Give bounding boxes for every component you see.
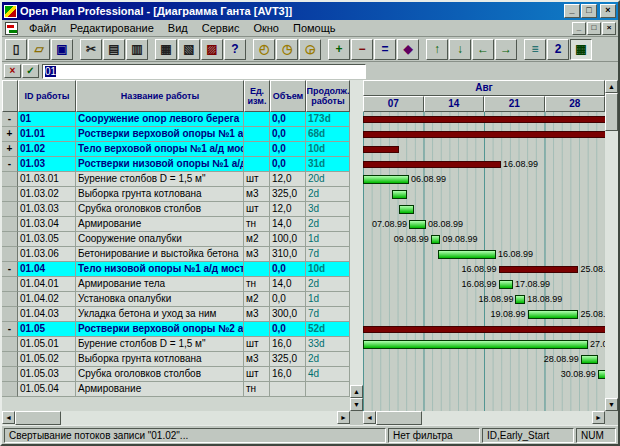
table-row[interactable]: 01.03.02Выборка грунта котлованам3325,02… xyxy=(2,187,350,202)
chart-vertical-scrollbar[interactable]: ▲ ▼ xyxy=(605,80,618,425)
copy-button[interactable]: ▤ xyxy=(103,39,125,60)
scroll-down-arrow[interactable]: ▼ xyxy=(605,398,618,411)
remove-row-button[interactable]: − xyxy=(351,39,373,60)
minimize-button[interactable]: _ xyxy=(564,4,580,18)
task-bar[interactable] xyxy=(581,355,598,364)
move-down-button[interactable]: ↓ xyxy=(449,39,471,60)
table-row[interactable]: 01.04.02Установка опалубким20,01d xyxy=(2,292,350,307)
new-document-button[interactable]: ▯ xyxy=(5,39,27,60)
child-close-button[interactable]: × xyxy=(602,22,616,35)
summary-bar[interactable] xyxy=(363,326,605,333)
header-unit[interactable]: Ед. изм. xyxy=(244,80,270,112)
task-bar[interactable] xyxy=(598,370,605,379)
task-bar[interactable] xyxy=(363,340,588,349)
table-row[interactable]: 01.03.01Бурение столбов D = 1,5 м"шт12,0… xyxy=(2,172,350,187)
print-preview-button[interactable]: ▧ xyxy=(178,39,200,60)
scroll-left-arrow[interactable]: ◄ xyxy=(363,411,376,424)
child-minimize-button[interactable]: _ xyxy=(572,22,586,35)
menu-item[interactable]: Помощь xyxy=(286,21,343,35)
expand-collapse-toggle[interactable]: + xyxy=(2,142,18,157)
save-button[interactable]: ▣ xyxy=(51,39,73,60)
expand-collapse-toggle[interactable]: + xyxy=(2,127,18,142)
table-row[interactable]: 01.05.04Армированиетн xyxy=(2,382,350,397)
move-up-button[interactable]: ↑ xyxy=(426,39,448,60)
cell-edit-input[interactable]: 01 xyxy=(42,64,366,79)
header-volume[interactable]: Объем xyxy=(270,80,306,112)
clock-button[interactable]: ◶ xyxy=(299,39,321,60)
task-bar[interactable] xyxy=(399,205,414,214)
gantt-view-button[interactable]: ≡ xyxy=(524,39,546,60)
child-restore-button[interactable]: □ xyxy=(587,22,601,35)
app-icon[interactable] xyxy=(4,5,17,18)
time-now-button[interactable]: ◴ xyxy=(253,39,275,60)
summary-bar[interactable] xyxy=(363,161,501,168)
demote-button[interactable]: → xyxy=(495,39,517,60)
time-analysis-button[interactable]: ◷ xyxy=(276,39,298,60)
menu-item[interactable]: Сервис xyxy=(195,21,247,35)
table-row[interactable]: 01.03.03Срубка оголовков столбовшт12,03d xyxy=(2,202,350,217)
summary-bar[interactable] xyxy=(363,116,605,123)
menu-item[interactable]: Окно xyxy=(246,21,286,35)
scrollbar-track[interactable] xyxy=(61,411,337,425)
summary-bar[interactable] xyxy=(363,131,605,138)
scroll-left-arrow[interactable]: ◄ xyxy=(2,411,15,424)
scroll-up-arrow[interactable]: ▲ xyxy=(350,385,363,398)
table-row[interactable]: -01.04Тело низовой опоры №1 а/д моста0,0… xyxy=(2,262,350,277)
table-row[interactable]: 01.05.02Выборка грунта котлованам3325,02… xyxy=(2,352,350,367)
scrollbar-thumb[interactable] xyxy=(605,93,618,131)
summary-bar[interactable] xyxy=(499,266,579,273)
table-row[interactable]: 01.03.05Сооружение опалубким2100,01d xyxy=(2,232,350,247)
help-book-button[interactable]: ▨ xyxy=(201,39,223,60)
menu-item[interactable]: Файл xyxy=(22,21,63,35)
add-row-button[interactable]: + xyxy=(328,39,350,60)
cut-button[interactable]: ✂ xyxy=(80,39,102,60)
task-bar[interactable] xyxy=(392,190,407,199)
table-row[interactable]: 01.03.04Армированиетн14,02d xyxy=(2,217,350,232)
table-row[interactable]: -01.03Ростверки низовой опоры №1 а/д м0,… xyxy=(2,157,350,172)
milestone-button[interactable]: ◆ xyxy=(397,39,419,60)
histogram-view-button[interactable]: 2 xyxy=(547,39,569,60)
open-folder-button[interactable]: ▱ xyxy=(28,39,50,60)
promote-button[interactable]: ← xyxy=(472,39,494,60)
summary-bar[interactable] xyxy=(363,146,399,153)
child-window-icon[interactable] xyxy=(5,22,18,35)
menu-item[interactable]: Вид xyxy=(161,21,195,35)
header-duration[interactable]: Продолж. работы xyxy=(306,80,350,112)
table-horizontal-scrollbar[interactable]: ◄ ► xyxy=(2,411,350,425)
table-row[interactable]: +01.01Ростверки верховой опоры №1 а/д0,0… xyxy=(2,127,350,142)
table-row[interactable]: 01.04.03Укладка бетона и уход за нимм330… xyxy=(2,307,350,322)
scrollbar-track[interactable] xyxy=(422,411,592,425)
task-bar[interactable] xyxy=(515,295,525,304)
link-button[interactable]: = xyxy=(374,39,396,60)
paste-button[interactable]: ▥ xyxy=(126,39,148,60)
print-button[interactable]: ▦ xyxy=(155,39,177,60)
accept-edit-button[interactable]: ✓ xyxy=(22,64,39,78)
scrollbar-thumb[interactable] xyxy=(15,411,61,425)
close-button[interactable]: × xyxy=(600,4,616,18)
table-row[interactable]: -01.05Ростверки верховой опоры №2 а/д0,0… xyxy=(2,322,350,337)
context-help-button[interactable]: ? xyxy=(224,39,246,60)
cancel-edit-button[interactable]: × xyxy=(4,64,21,78)
spreadsheet-view-button[interactable]: ▦ xyxy=(570,39,592,60)
expand-collapse-toggle[interactable]: - xyxy=(2,322,18,337)
task-bar[interactable] xyxy=(431,235,441,244)
scroll-down-arrow[interactable]: ▼ xyxy=(350,398,363,411)
expand-collapse-toggle[interactable]: - xyxy=(2,262,18,277)
table-row[interactable]: 01.05.03Срубка оголовков столбовшт16,04d xyxy=(2,367,350,382)
table-row[interactable]: 01.04.01Армирование телатн14,02d xyxy=(2,277,350,292)
task-bar[interactable] xyxy=(409,220,426,229)
task-bar[interactable] xyxy=(438,250,496,259)
expand-collapse-toggle[interactable]: - xyxy=(2,157,18,172)
title-bar[interactable]: Open Plan Professional - [Диаграмма Гант… xyxy=(2,2,618,20)
chart-horizontal-scrollbar[interactable]: ◄ ► xyxy=(363,411,605,425)
table-row[interactable]: 01.03.06Бетонирование и выстойка бетонам… xyxy=(2,247,350,262)
scrollbar-thumb[interactable] xyxy=(376,411,422,425)
header-id[interactable]: ID работы xyxy=(18,80,76,112)
table-vertical-scrollbar[interactable]: ▲ ▼ xyxy=(350,80,363,425)
scroll-right-arrow[interactable]: ► xyxy=(337,411,350,424)
task-bar[interactable] xyxy=(363,175,409,184)
menu-item[interactable]: Редактирование xyxy=(63,21,161,35)
table-row[interactable]: 01.05.01Бурение столбов D = 1,5 м"шт16,0… xyxy=(2,337,350,352)
scroll-right-arrow[interactable]: ► xyxy=(592,411,605,424)
task-bar[interactable] xyxy=(499,280,514,289)
